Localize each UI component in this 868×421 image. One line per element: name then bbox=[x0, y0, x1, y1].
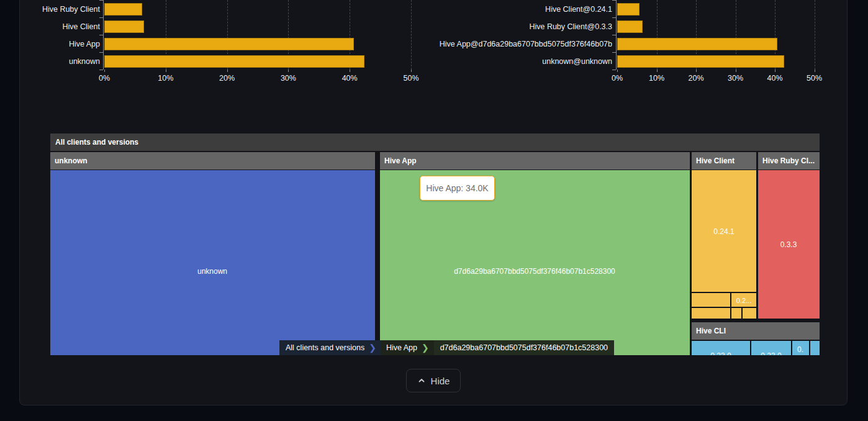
treemap-header-hive-client[interactable]: Hive Client bbox=[692, 152, 756, 170]
treemap-block-label: unknown bbox=[197, 267, 227, 276]
treemap-root-title[interactable]: All clients and versions bbox=[50, 134, 820, 151]
chevron-right-icon: ❯ bbox=[422, 340, 429, 355]
clients-treemap: All clients and versions unknown unknown… bbox=[50, 133, 820, 355]
axis-tick bbox=[657, 70, 658, 72]
axis-tick bbox=[612, 35, 616, 35]
breadcrumb-label: Hive App bbox=[386, 343, 417, 352]
treemap-block-label: 0.23.0 bbox=[710, 351, 731, 355]
axis-tick bbox=[612, 0, 616, 1]
breadcrumb-item-hive-app[interactable]: Hive App ❯ bbox=[381, 340, 434, 355]
x-tick-label: 50% bbox=[796, 74, 833, 83]
bar-hive-ruby-client-0-3-3[interactable] bbox=[617, 20, 643, 33]
treemap-block-label: 0.2... bbox=[736, 297, 751, 304]
chevron-right-icon: ❯ bbox=[369, 340, 376, 355]
y-axis-line bbox=[616, 0, 617, 70]
x-tick-label: 20% bbox=[677, 74, 715, 83]
treemap-block-label: d7d6a29ba6707bbd5075df376f46b07b1c528300 bbox=[454, 267, 615, 276]
bar-hive-client-0-24-1[interactable] bbox=[617, 3, 640, 16]
axis-tick bbox=[612, 70, 616, 70]
category-label: unknown@unknown bbox=[401, 55, 612, 68]
axis-tick bbox=[736, 70, 736, 72]
bar-hive-app-d7d6a29ba6707bbd5075df376f46b07b[interactable] bbox=[617, 38, 777, 50]
treemap-header-hive-cli[interactable]: Hive CLI bbox=[692, 322, 820, 340]
category-label: Hive Ruby Client@0.3.3 bbox=[401, 20, 612, 33]
hide-button[interactable]: Hide bbox=[406, 369, 461, 392]
axis-tick bbox=[815, 70, 815, 72]
x-tick-label: 40% bbox=[756, 74, 793, 83]
treemap-block-hive-cli[interactable] bbox=[810, 341, 820, 355]
axis-tick bbox=[612, 52, 616, 53]
category-label: Hive Client@0.24.1 bbox=[401, 3, 612, 16]
tooltip: Hive App: 34.0K bbox=[420, 176, 495, 201]
axis-tick bbox=[696, 70, 697, 72]
treemap-header-hive-app[interactable]: Hive App bbox=[380, 152, 690, 170]
treemap-block-label: 0. bbox=[797, 345, 803, 354]
breadcrumb-label: d7d6a29ba6707bbd5075df376f46b07b1c528300 bbox=[440, 343, 608, 352]
gridline bbox=[815, 0, 815, 70]
treemap-block-hive-client-sub[interactable] bbox=[731, 308, 741, 319]
breadcrumb-item-version-hash[interactable]: d7d6a29ba6707bbd5075df376f46b07b1c528300 bbox=[434, 340, 614, 355]
treemap-block-hive-client-sub[interactable] bbox=[692, 308, 730, 319]
treemap-header-hive-ruby-client[interactable]: Hive Ruby Cl... bbox=[758, 152, 820, 170]
category-label: Hive App@d7d6a29ba6707bbd5075df376f46b07… bbox=[401, 38, 612, 50]
treemap-block-label: 0.24.1 bbox=[713, 227, 734, 236]
treemap-block-hive-client-sub[interactable] bbox=[743, 308, 756, 319]
bar-unknown-unknown[interactable] bbox=[617, 55, 784, 68]
treemap-block-label: 0.23.0 bbox=[761, 351, 781, 355]
treemap-block-unknown[interactable] bbox=[50, 170, 375, 355]
treemap-breadcrumb: All clients and versions ❯ Hive App ❯ d7… bbox=[279, 340, 614, 355]
x-tick-label: 30% bbox=[717, 74, 754, 83]
treemap-header-unknown[interactable]: unknown bbox=[50, 152, 375, 170]
breadcrumb-label: All clients and versions bbox=[286, 343, 364, 352]
axis-tick bbox=[612, 17, 616, 18]
x-tick-label: 0% bbox=[599, 74, 636, 83]
chevron-up-icon bbox=[417, 376, 426, 385]
axis-tick bbox=[775, 70, 775, 72]
hide-button-label: Hide bbox=[431, 376, 450, 386]
treemap-block-label: 0.3.3 bbox=[780, 240, 797, 249]
breadcrumb-item-root[interactable]: All clients and versions ❯ bbox=[279, 340, 381, 355]
x-tick-label: 10% bbox=[638, 74, 676, 83]
axis-tick bbox=[617, 70, 618, 72]
treemap-block-hive-client-sub[interactable] bbox=[692, 293, 730, 307]
